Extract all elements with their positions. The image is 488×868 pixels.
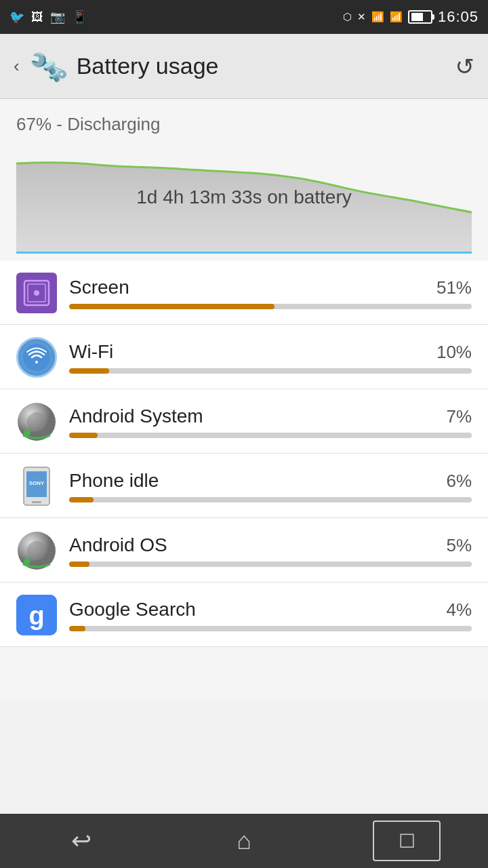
wifi-icon: 📶	[371, 11, 384, 23]
android-os-item-name: Android OS	[69, 534, 167, 556]
android-system-progress-fill	[69, 433, 98, 438]
chart-underline	[16, 252, 472, 254]
battery-chart[interactable]: 1d 4h 13m 33s on battery	[16, 143, 472, 252]
android-os-icon	[16, 530, 57, 571]
battery-item-android-os[interactable]: Android OS 5%	[0, 518, 488, 583]
phone-idle-progress-fill	[69, 497, 94, 502]
android-system-item-info: Android System 7%	[69, 406, 472, 438]
google-search-item-name: Google Search	[69, 599, 196, 620]
google-search-progress-fill	[69, 626, 85, 631]
status-icons-left: 🐦 🖼 📷 📱	[9, 9, 87, 24]
svg-point-13	[24, 558, 30, 565]
svg-point-6	[24, 429, 30, 436]
battery-item-phone-idle[interactable]: SONY Phone idle 6%	[0, 454, 488, 518]
google-search-progress-bg	[69, 626, 472, 631]
phone-icon: 📱	[72, 9, 87, 24]
action-bar-left: ‹ 🔧🔩 Battery usage	[14, 49, 218, 84]
status-icons-right: ⬡ ✕ 📶 📶 16:05	[343, 8, 479, 26]
battery-item-wifi[interactable]: Wi-Fi 10%	[0, 325, 488, 389]
twitter-icon: 🐦	[9, 9, 24, 24]
screen-item-percent: 51%	[431, 277, 472, 298]
phone-idle-item-info: Phone idle 6%	[69, 470, 472, 502]
status-time: 16:05	[438, 8, 479, 26]
battery-duration-label: 1d 4h 13m 33s on battery	[136, 186, 352, 208]
nav-bar: ↩ ⌂ ☐	[0, 814, 488, 868]
signal-x-icon: ✕	[357, 11, 366, 23]
phone-idle-item-percent: 6%	[431, 471, 472, 492]
android-os-item-percent: 5%	[431, 535, 472, 556]
back-button[interactable]: ‹	[14, 56, 20, 77]
google-search-icon: g	[16, 595, 57, 635]
status-bar: 🐦 🖼 📷 📱 ⬡ ✕ 📶 📶 16:05	[0, 0, 488, 34]
phone-idle-icon: SONY	[16, 466, 57, 507]
phone-idle-item-name: Phone idle	[69, 470, 159, 492]
battery-list: Screen 51%	[0, 260, 488, 647]
svg-point-12	[27, 541, 46, 560]
wifi-app-icon	[16, 337, 57, 378]
screen-icon	[16, 273, 57, 313]
android-os-progress-bg	[69, 561, 472, 567]
wifi-item-percent: 10%	[431, 342, 472, 363]
action-bar: ‹ 🔧🔩 Battery usage ↻	[0, 34, 488, 99]
phone-idle-progress-bg	[69, 497, 472, 502]
android-system-item-name: Android System	[69, 406, 203, 427]
android-system-progress-bg	[69, 433, 472, 438]
google-search-item-info: Google Search 4%	[69, 599, 472, 631]
screen-progress-fill	[69, 304, 274, 309]
battery-item-android-system[interactable]: Android System 7%	[0, 389, 488, 454]
svg-text:g: g	[28, 601, 44, 630]
bluetooth-icon: ⬡	[343, 11, 352, 23]
signal-bars-icon: 📶	[390, 11, 403, 23]
wifi-item-info: Wi-Fi 10%	[69, 341, 472, 374]
refresh-button[interactable]: ↻	[455, 53, 474, 80]
android-system-item-percent: 7%	[431, 406, 472, 427]
main-content: 67% - Discharging 1d 4h 13m 33s on batte…	[0, 99, 488, 701]
home-nav-button[interactable]: ⌂	[210, 821, 278, 861]
wifi-progress-fill	[69, 368, 109, 374]
android-os-item-info: Android OS 5%	[69, 534, 472, 567]
svg-point-2	[34, 290, 39, 296]
svg-rect-9	[32, 501, 41, 503]
battery-status-section: 67% - Discharging 1d 4h 13m 33s on batte…	[0, 99, 488, 260]
battery-percent-text: 67% - Discharging	[16, 114, 472, 135]
wifi-item-name: Wi-Fi	[69, 341, 113, 363]
svg-point-5	[27, 412, 46, 431]
screen-item-info: Screen 51%	[69, 277, 472, 309]
image-icon: 🖼	[31, 10, 43, 24]
google-search-item-percent: 4%	[431, 599, 472, 620]
screen-item-name: Screen	[69, 277, 129, 298]
screen-progress-bg	[69, 304, 472, 309]
camera-icon: 📷	[50, 9, 65, 24]
wifi-progress-bg	[69, 368, 472, 374]
page-title: Battery usage	[77, 53, 219, 79]
tools-icon: 🔧🔩	[26, 45, 70, 88]
battery-indicator	[408, 10, 432, 24]
android-os-progress-fill	[69, 561, 89, 567]
battery-item-google-search[interactable]: g Google Search 4%	[0, 583, 488, 647]
svg-text:SONY: SONY	[29, 480, 45, 486]
android-system-icon	[16, 401, 57, 442]
back-nav-button[interactable]: ↩	[47, 821, 115, 861]
battery-item-screen[interactable]: Screen 51%	[0, 260, 488, 325]
recent-nav-button[interactable]: ☐	[373, 821, 441, 861]
